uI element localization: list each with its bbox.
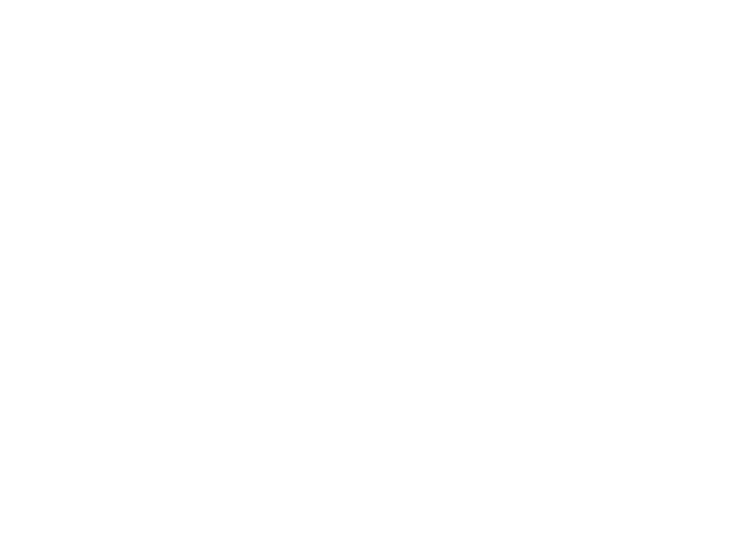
chart-svg xyxy=(0,0,756,540)
chart-container xyxy=(0,0,756,540)
